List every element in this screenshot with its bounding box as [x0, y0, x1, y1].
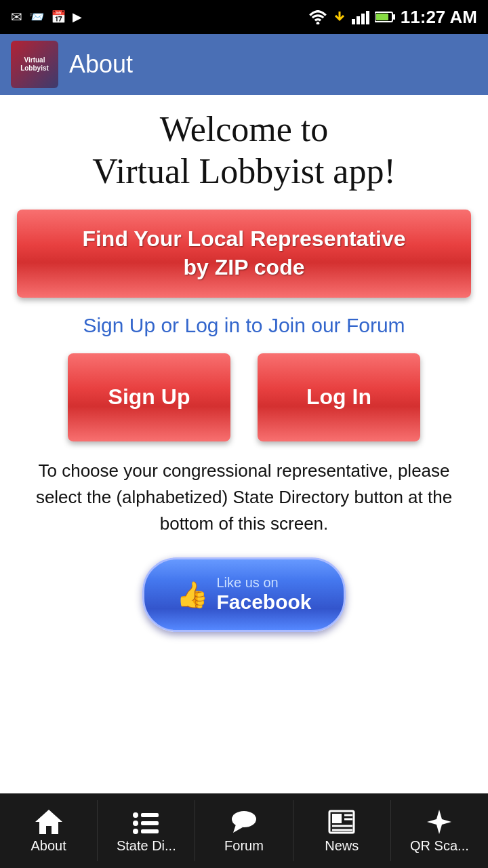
nav-item-about[interactable]: About — [0, 793, 97, 868]
app-icon: Virtual Lobbyist — [11, 41, 58, 88]
svg-rect-13 — [141, 813, 159, 817]
app-bar: Virtual Lobbyist About — [0, 34, 488, 95]
svg-point-11 — [133, 821, 138, 826]
facebook-button[interactable]: 👍 Like us on Facebook — [142, 557, 346, 632]
bottom-nav: About State Di... Forum New — [0, 793, 488, 868]
signup-button[interactable]: Sign Up — [68, 353, 230, 441]
svg-point-0 — [316, 22, 319, 24]
battery-icon — [375, 11, 395, 23]
nav-label-news: News — [325, 838, 359, 854]
facebook-text: Like us on Facebook — [216, 575, 311, 614]
wifi-icon — [308, 9, 327, 24]
svg-point-10 — [133, 812, 138, 818]
svg-rect-7 — [376, 14, 388, 20]
auth-buttons: Sign Up Log In — [68, 353, 420, 441]
home-icon — [34, 808, 64, 835]
status-left-icons: ✉ 📨 📅 ▶ — [11, 9, 82, 25]
svg-rect-4 — [361, 14, 365, 24]
svg-point-12 — [133, 829, 138, 834]
nav-item-state-dir[interactable]: State Di... — [98, 793, 195, 868]
svg-marker-24 — [427, 810, 451, 834]
list-icon — [131, 808, 161, 835]
time-display: 11:27 AM — [401, 7, 477, 28]
nav-label-qr-scan: QR Sca... — [410, 838, 469, 854]
qr-scan-icon — [424, 808, 454, 835]
svg-rect-3 — [357, 16, 360, 24]
play-icon: ▶ — [73, 9, 82, 24]
svg-rect-5 — [366, 11, 369, 24]
nav-label-forum: Forum — [224, 838, 264, 854]
welcome-heading: Welcome to Virtual Lobbyist app! — [92, 108, 395, 193]
gmail-icon: ✉ — [11, 9, 22, 25]
calendar-icon: 📅 — [51, 9, 66, 24]
svg-rect-8 — [393, 14, 395, 20]
svg-rect-19 — [332, 814, 342, 823]
nav-item-forum[interactable]: Forum — [195, 793, 292, 868]
app-icon-text: Virtual Lobbyist — [20, 56, 49, 73]
status-right-icons: 11:27 AM — [308, 7, 477, 28]
app-bar-title: About — [69, 50, 133, 79]
news-icon — [327, 808, 357, 835]
status-bar: ✉ 📨 📅 ▶ 11 — [0, 0, 488, 34]
signal-icon — [352, 9, 369, 24]
download-icon — [333, 9, 346, 25]
svg-rect-15 — [141, 829, 159, 833]
nav-label-state-dir: State Di... — [117, 838, 176, 854]
thumbs-up-icon: 👍 — [176, 580, 208, 610]
forum-icon — [229, 808, 259, 835]
nav-label-about: About — [30, 838, 66, 854]
sms-icon: 📨 — [29, 9, 44, 24]
find-rep-button[interactable]: Find Your Local Representative by ZIP co… — [17, 210, 471, 298]
svg-rect-14 — [141, 821, 159, 825]
svg-marker-9 — [35, 810, 62, 834]
nav-item-qr-scan[interactable]: QR Sca... — [391, 793, 488, 868]
find-rep-text: Find Your Local Representative by ZIP co… — [82, 225, 405, 281]
svg-point-16 — [232, 811, 256, 827]
forum-prompt: Sign Up or Log in to Join our Forum — [83, 314, 405, 337]
nav-item-news[interactable]: News — [293, 793, 390, 868]
main-content: Welcome to Virtual Lobbyist app! Find Yo… — [0, 95, 488, 793]
login-button[interactable]: Log In — [258, 353, 420, 441]
svg-rect-2 — [352, 19, 355, 24]
description-text: To choose your congressional representat… — [14, 458, 474, 537]
